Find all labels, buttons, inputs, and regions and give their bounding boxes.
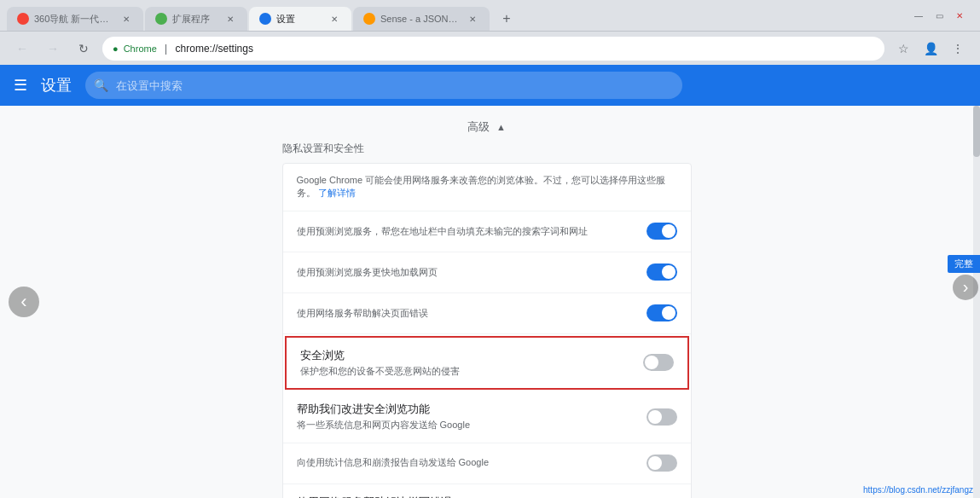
privacy-label: 隐私设置和安全性 bbox=[282, 142, 692, 156]
back-button[interactable]: ← bbox=[10, 37, 34, 61]
tab-icon-settings bbox=[259, 13, 271, 25]
search-icon: 🔍 bbox=[94, 78, 108, 92]
tab-close-ext[interactable]: ✕ bbox=[223, 12, 237, 26]
settings-card: Google Chrome 可能会使用网络服务来改善您的浏览体验。不过，您可以选… bbox=[282, 163, 692, 498]
right-nav-label[interactable]: 完整 bbox=[948, 255, 980, 273]
section-heading: 高级 ▲ bbox=[0, 106, 973, 142]
list-item: 使用网络服务帮助解决页面错误 bbox=[283, 293, 691, 334]
list-item: 使用预测浏览服务更快地加载网页 bbox=[283, 252, 691, 293]
url-bar[interactable]: ● Chrome | chrome://settings bbox=[102, 37, 884, 61]
profile-button[interactable]: 👤 bbox=[919, 37, 942, 61]
list-item: 使用预测浏览服务，帮您在地址栏中自动填充未输完的搜索字词和网址 bbox=[283, 211, 691, 252]
setting-title: 帮助我们改进安全浏览功能 bbox=[297, 402, 633, 417]
setting-content: 向使用统计信息和崩溃报告自动发送给 Google bbox=[297, 456, 633, 469]
menu-button[interactable]: ⋮ bbox=[946, 37, 970, 61]
setting-title: 安全浏览 bbox=[300, 348, 629, 363]
enhanced-toggle[interactable] bbox=[647, 408, 677, 426]
setting-content: 安全浏览 保护您和您的设备不受恶意网站的侵害 bbox=[300, 348, 629, 378]
list-item: 帮助我们改进安全浏览功能 将一些系统信息和网页内容发送给 Google bbox=[283, 391, 691, 443]
secure-indicator: ● bbox=[113, 43, 119, 54]
setting-content: 使用预测浏览服务更快地加载网页 bbox=[297, 266, 633, 279]
restore-button[interactable]: ▭ bbox=[932, 9, 946, 22]
settings-header: ☰ 设置 🔍 bbox=[0, 65, 980, 106]
url-separator: | bbox=[162, 43, 171, 55]
setting-desc: 保护您和您的设备不受恶意网站的侵害 bbox=[300, 365, 629, 378]
tab-title-360: 360导航 新一代安全上网导航 bbox=[34, 13, 114, 26]
usage-toggle[interactable] bbox=[647, 455, 677, 472]
menu-icon[interactable]: ☰ bbox=[14, 76, 27, 95]
setting-content: 使用网络服务帮助解决拼写错误 米在浏览器中输入的内容发送给 Google，以便提… bbox=[297, 495, 633, 498]
setting-desc: 将一些系统信息和网页内容发送给 Google bbox=[297, 419, 633, 431]
address-bar: ← → ↻ ● Chrome | chrome://settings ☆ 👤 ⋮ bbox=[0, 31, 980, 65]
close-button[interactable]: ✕ bbox=[953, 9, 966, 22]
tab-icon-sense bbox=[363, 13, 375, 25]
learn-more-link[interactable]: 了解详情 bbox=[318, 188, 356, 198]
tab-title-sense: Sense - a JSON-aware interfa... bbox=[380, 14, 461, 24]
tab-title-settings: 设置 bbox=[276, 13, 322, 26]
minimize-button[interactable]: — bbox=[912, 9, 925, 22]
setting-title: 使用网络服务帮助解决拼写错误 bbox=[297, 495, 633, 498]
tab-icon-ext bbox=[155, 13, 167, 25]
right-nav-button[interactable]: › bbox=[953, 275, 978, 300]
safe-browsing-toggle[interactable] bbox=[643, 354, 674, 371]
content-wrapper: ‹ 高级 ▲ 隐私设置和安全性 Googl bbox=[0, 106, 980, 498]
setting-content: 帮助我们改进安全浏览功能 将一些系统信息和网页内容发送给 Google bbox=[297, 402, 633, 431]
title-bar: 360导航 新一代安全上网导航 ✕ 扩展程序 ✕ 设置 ✕ Sense - a … bbox=[0, 0, 980, 31]
web-service-toggle[interactable] bbox=[647, 304, 677, 321]
tab-close-settings[interactable]: ✕ bbox=[328, 12, 341, 26]
watermark: https://blog.csdn.net/zzjfangz bbox=[863, 485, 973, 495]
setting-desc: 使用网络服务帮助解决页面错误 bbox=[297, 307, 633, 320]
new-tab-button[interactable]: + bbox=[495, 7, 519, 31]
setting-content: Google Chrome 可能会使用网络服务来改善您的浏览体验。不过，您可以选… bbox=[297, 174, 677, 200]
forward-button[interactable]: → bbox=[41, 37, 65, 61]
settings-content: 高级 ▲ 隐私设置和安全性 Google Chrome 可能会使用网络服务来改善… bbox=[0, 106, 973, 498]
url-text: chrome://settings bbox=[176, 43, 874, 55]
scrollbar-thumb bbox=[973, 106, 980, 157]
tab-settings[interactable]: 设置 ✕ bbox=[249, 7, 351, 31]
setting-desc: Google Chrome 可能会使用网络服务来改善您的浏览体验。不过，您可以选… bbox=[297, 174, 677, 200]
list-item: 使用网络服务帮助解决拼写错误 米在浏览器中输入的内容发送给 Google，以便提… bbox=[283, 484, 691, 498]
bookmark-button[interactable]: ☆ bbox=[891, 37, 915, 61]
setting-content: 使用预测浏览服务，帮您在地址栏中自动填充未输完的搜索字词和网址 bbox=[297, 225, 633, 238]
address-actions: ☆ 👤 ⋮ bbox=[891, 37, 970, 61]
chrome-label: Chrome bbox=[124, 43, 157, 54]
tab-sense[interactable]: Sense - a JSON-aware interfa... ✕ bbox=[353, 7, 490, 31]
settings-search: 🔍 bbox=[85, 72, 682, 99]
window-controls: — ▭ ✕ bbox=[905, 9, 973, 22]
list-item: Google Chrome 可能会使用网络服务来改善您的浏览体验。不过，您可以选… bbox=[283, 164, 691, 211]
safe-browsing-item: 安全浏览 保护您和您的设备不受恶意网站的侵害 bbox=[285, 336, 689, 390]
search-input[interactable] bbox=[85, 72, 682, 99]
preload-toggle[interactable] bbox=[647, 263, 677, 281]
privacy-section: 隐私设置和安全性 Google Chrome 可能会使用网络服务来改善您的浏览体… bbox=[282, 142, 692, 498]
tab-extensions[interactable]: 扩展程序 ✕ bbox=[145, 7, 247, 31]
prediction-toggle[interactable] bbox=[647, 223, 677, 240]
left-nav-button[interactable]: ‹ bbox=[9, 287, 39, 317]
tab-close-sense[interactable]: ✕ bbox=[466, 12, 479, 26]
setting-desc: 使用预测浏览服务，帮您在地址栏中自动填充未输完的搜索字词和网址 bbox=[297, 225, 633, 238]
reload-button[interactable]: ↻ bbox=[72, 37, 96, 61]
browser-frame: 360导航 新一代安全上网导航 ✕ 扩展程序 ✕ 设置 ✕ Sense - a … bbox=[0, 0, 980, 498]
settings-page-title: 设置 bbox=[41, 75, 72, 96]
scrollbar[interactable] bbox=[973, 106, 980, 498]
tabs-area: 360导航 新一代安全上网导航 ✕ 扩展程序 ✕ 设置 ✕ Sense - a … bbox=[7, 0, 905, 31]
setting-desc: 使用预测浏览服务更快地加载网页 bbox=[297, 266, 633, 279]
setting-desc: 向使用统计信息和崩溃报告自动发送给 Google bbox=[297, 456, 633, 469]
right-nav-container: 完整 › bbox=[948, 255, 980, 300]
section-heading-text: 高级 bbox=[467, 119, 490, 135]
section-heading-arrow: ▲ bbox=[496, 122, 506, 132]
main-layout: ☰ 设置 🔍 ‹ 高级 ▲ 隐私设置和安全性 bbox=[0, 65, 980, 498]
setting-content: 使用网络服务帮助解决页面错误 bbox=[297, 307, 633, 320]
tab-icon-360 bbox=[17, 13, 29, 25]
tab-close-360[interactable]: ✕ bbox=[119, 12, 133, 26]
tab-title-ext: 扩展程序 bbox=[172, 13, 218, 26]
list-item: 向使用统计信息和崩溃报告自动发送给 Google bbox=[283, 443, 691, 484]
tab-360[interactable]: 360导航 新一代安全上网导航 ✕ bbox=[7, 7, 143, 31]
